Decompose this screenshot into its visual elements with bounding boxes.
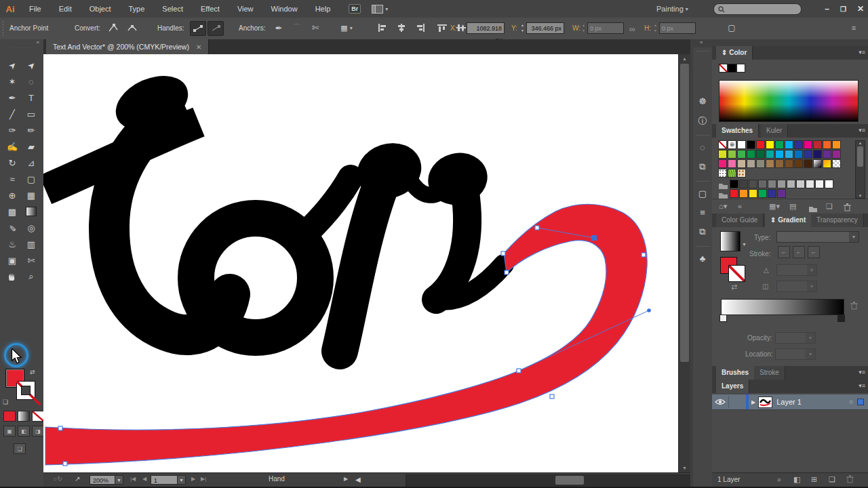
next-artboard-button[interactable]: ▶ [191,476,195,482]
menu-help[interactable]: Help [307,5,340,13]
swatch[interactable] [775,159,784,168]
hscroll-left-icon[interactable]: ◀ [355,476,361,483]
swap-fill-stroke-icon[interactable]: ⇄ [30,369,35,375]
swatch-options-icon[interactable]: ▤ [789,202,796,211]
gradient-stroke-chip[interactable] [728,265,745,282]
swatch[interactable] [737,140,746,149]
color-spectrum[interactable] [719,80,859,122]
screen-mode-button[interactable]: ❏ [14,443,26,454]
stroke-across-button[interactable]: ⌐ [808,246,820,258]
swatch[interactable] [766,140,774,149]
mesh-tool[interactable]: ▩ [3,203,22,220]
blob-brush-tool[interactable]: ✍ [3,138,22,155]
paint-none-button[interactable] [32,411,44,422]
swatch[interactable] [749,180,757,188]
swatch[interactable] [823,150,831,159]
swatch[interactable] [756,150,765,159]
swatch[interactable] [737,169,746,178]
swatch-kinds-icon[interactable]: ▦▾ [769,202,780,211]
width-tool[interactable]: ≈ [3,171,22,187]
control-bar-menu-icon[interactable]: ≡ [846,21,861,35]
workspace-switcher[interactable]: Painting ▾ [656,0,688,18]
x-value-field[interactable]: 1082.918 px [467,22,505,34]
swatch[interactable] [777,189,786,198]
gradient-stop-white[interactable] [719,314,727,322]
artboard-dropdown-icon[interactable]: ▼ [177,475,186,485]
transform-panel-icon[interactable]: ▢ [693,188,712,199]
swatch[interactable] [794,140,803,149]
panel-collapse-icon[interactable]: ⇕ [722,49,727,56]
tab-color-guide[interactable]: Color Guide [716,214,764,227]
toolbar-grip[interactable]: ········· [0,46,43,50]
selection-tool[interactable]: ➤ [3,57,22,73]
visibility-eye-icon[interactable] [712,396,729,408]
reverse-gradient-icon[interactable]: ⇄ [731,283,737,291]
tab-transparency[interactable]: Transparency [811,214,864,227]
draw-behind-button[interactable]: ◧ [18,426,30,436]
vertical-scroll-thumb[interactable] [680,64,689,362]
link-dimensions-icon[interactable]: ∞ [629,24,635,34]
swatch[interactable] [794,159,803,168]
panel-grip[interactable] [2,20,4,37]
pen-tool[interactable]: ✒ [3,89,22,106]
delete-swatch-icon[interactable] [844,202,851,214]
swatch[interactable] [768,180,776,188]
swatch[interactable] [777,180,786,188]
blend-tool[interactable]: ◎ [22,220,41,236]
horizontal-scroll-thumb[interactable] [555,476,584,485]
swatch[interactable] [739,180,748,188]
swatches-panel-menu-icon[interactable]: ▾≡ [859,127,865,134]
scroll-up-icon[interactable]: ▲ [856,141,865,145]
tab-stroke[interactable]: Stroke [754,366,785,380]
tab-close-icon[interactable]: ✕ [196,43,201,51]
artboard-tool[interactable]: ▣ [3,252,22,268]
menu-object[interactable]: Object [81,5,120,13]
transform-reference-icon[interactable]: ▦▾ [339,21,354,35]
share-icon[interactable]: ↗ [75,475,80,483]
hand-tool[interactable] [3,268,22,285]
swatch[interactable]: ⊕ [728,140,736,149]
swatch[interactable] [813,159,822,168]
document-tab[interactable]: Text And Vector* @ 200% (CMYK/Preview) ✕ [46,39,209,54]
swatch[interactable] [747,150,755,159]
align-right-button[interactable] [413,21,428,35]
tab-color[interactable]: ⇕ Color [716,46,753,60]
paint-gradient-button[interactable] [18,411,30,422]
line-segment-tool[interactable]: ╱ [3,106,22,122]
gradient-stop-black[interactable] [837,314,845,322]
last-artboard-button[interactable]: ▶| [201,476,206,482]
stroke-within-button[interactable]: ⌐ [778,246,790,258]
remove-anchor-button[interactable]: ⌒ [290,21,304,35]
canvas[interactable] [43,54,678,472]
add-anchor-button[interactable]: ✒ [271,21,286,35]
swatch[interactable] [796,180,805,188]
zoom-tool[interactable]: ⌕ [22,268,41,285]
new-layer-icon[interactable]: ❏ [829,475,835,484]
shape-builder-tool[interactable]: ⊕ [3,187,22,203]
swatch[interactable] [747,159,755,168]
layers-panel-menu-icon[interactable]: ▾≡ [859,382,865,389]
swatch[interactable] [804,159,812,168]
tab-kuler[interactable]: Kuler [761,124,788,138]
convert-to-smooth-button[interactable] [125,21,140,35]
swatch[interactable] [730,189,738,198]
color-panel-menu-icon[interactable]: ▾≡ [859,49,865,56]
y-stepper[interactable]: ▲▼ [519,22,526,34]
swatch[interactable] [756,140,765,149]
restore-button[interactable]: ❐ [840,5,846,13]
scroll-down-icon[interactable]: ▼ [679,466,690,470]
eyedropper-tool[interactable]: ✎ [3,220,22,236]
kuler-share-icon[interactable]: « [738,202,742,210]
swatch[interactable] [785,159,793,168]
minimize-button[interactable]: – [825,4,829,14]
symbol-sprayer-tool[interactable]: ♨ [3,236,22,252]
swatch[interactable] [806,180,814,188]
menu-file[interactable]: File [20,5,50,13]
type-tool[interactable]: T [22,89,41,106]
close-button[interactable]: ✕ [857,4,864,14]
free-transform-icon[interactable]: ▢ [724,21,739,35]
gradient-slider[interactable] [721,299,844,315]
swatch[interactable] [832,159,841,168]
zoom-dropdown-icon[interactable]: ▼ [115,475,123,485]
color-group-folder-icon[interactable] [718,180,728,188]
